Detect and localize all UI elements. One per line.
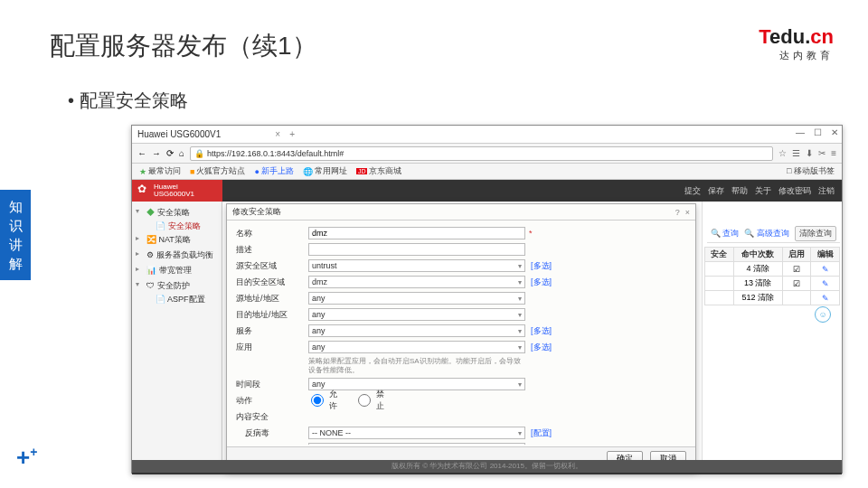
nav-forward-icon[interactable]: →: [152, 148, 161, 158]
label-app: 应用: [236, 342, 308, 353]
label-name: 名称: [236, 228, 308, 239]
radio-deny[interactable]: 禁止: [355, 389, 386, 412]
lock-icon: 🔒: [194, 149, 204, 158]
app-header: Huawei USG6000V1 提交 保存 帮助 关于 修改密码 注销: [132, 180, 842, 202]
query-icon[interactable]: 🔍 查询: [711, 228, 740, 239]
main-area: 修改安全策略 ? × 名称* 描述 源安全区域untrust[多选] 目的安全区…: [222, 202, 842, 460]
input-name[interactable]: [308, 227, 525, 239]
col-enable: 启用: [782, 248, 811, 262]
action-password[interactable]: 修改密码: [778, 185, 811, 197]
tree-security-policy[interactable]: ◆ 安全策略: [134, 205, 220, 221]
select-ips[interactable]: -- NONE --: [308, 443, 525, 445]
action-submit[interactable]: 提交: [684, 185, 701, 197]
logo-subtitle: 达内教育: [759, 49, 834, 62]
tree-bandwidth[interactable]: 📊 带宽管理: [134, 263, 220, 278]
copyright: 版权所有 © 华为技术有限公司 2014-2015。保留一切权利。: [132, 460, 842, 473]
dialog-body: 名称* 描述 源安全区域untrust[多选] 目的安全区域dmz[多选] 源地…: [227, 221, 695, 445]
brand-logo: Tedu.cn 达内教育: [759, 25, 834, 62]
bookmark-item[interactable]: ■火狐官方站点: [190, 165, 245, 177]
url-input[interactable]: 🔒 https://192.168.0.1:8443/default.html#: [190, 146, 773, 161]
clear-query-button[interactable]: 清除查询: [795, 226, 836, 241]
action-save[interactable]: 保存: [708, 185, 724, 197]
select-src-addr[interactable]: any: [308, 292, 525, 305]
tree-slb[interactable]: ⚙ 服务器负载均衡: [134, 248, 220, 263]
dialog-help-icon[interactable]: ?: [675, 208, 680, 217]
label-ips: 入侵防御: [236, 444, 299, 445]
nav-back-icon[interactable]: ←: [137, 148, 146, 158]
multi-link[interactable]: [多选]: [531, 342, 552, 353]
logo-letter-t: T: [759, 25, 769, 48]
mobile-bookmarks[interactable]: □ 移动版书签: [787, 165, 835, 177]
address-bar: ← → ⟳ ⌂ 🔒 https://192.168.0.1:8443/defau…: [132, 144, 842, 164]
nav-home-icon[interactable]: ⌂: [179, 148, 184, 158]
app-hint: 策略如果配置应用，会自动开启SA识别功能。功能开启后，会导致设备性能降低。: [308, 356, 525, 375]
window-close-icon[interactable]: ✕: [831, 127, 838, 137]
nav-reload-icon[interactable]: ⟳: [166, 148, 174, 158]
adv-query-icon[interactable]: 🔍 高级查询: [744, 228, 789, 239]
action-about[interactable]: 关于: [755, 185, 771, 197]
config-link[interactable]: [配置]: [531, 444, 552, 445]
table-row[interactable]: 4 清除☑✎: [705, 262, 840, 277]
download-icon[interactable]: ⬇: [806, 148, 813, 158]
tree-nat-policy[interactable]: 🔀 NAT策略: [134, 232, 220, 248]
nav-tree: ◆ 安全策略 📄 安全策略 🔀 NAT策略 ⚙ 服务器负载均衡 📊 带宽管理 🛡…: [132, 202, 222, 460]
label-av: 反病毒: [236, 427, 299, 439]
bookmark-item[interactable]: ★最常访问: [139, 165, 181, 177]
table-row[interactable]: 13 清除☑✎: [705, 277, 840, 291]
tab-title[interactable]: Huawei USG6000V1: [137, 129, 221, 139]
top-actions: 提交 保存 帮助 关于 修改密码 注销: [684, 180, 835, 202]
select-service[interactable]: any: [308, 324, 525, 337]
browser-window: Huawei USG6000V1 × + — ☐ ✕ ← → ⟳ ⌂ 🔒 htt…: [131, 125, 843, 474]
logo-cn: cn: [810, 25, 834, 48]
window-minimize-icon[interactable]: —: [796, 127, 805, 137]
tree-security-policy-active[interactable]: 📄 安全策略: [134, 221, 220, 232]
label-content-sec: 内容安全: [236, 411, 308, 423]
col-security: 安全: [705, 248, 734, 262]
app-root: Huawei USG6000V1 提交 保存 帮助 关于 修改密码 注销 ◆ 安…: [132, 180, 842, 474]
table-row[interactable]: 512 清除✎: [705, 291, 840, 305]
action-help[interactable]: 帮助: [731, 185, 748, 197]
label-time: 时间段: [236, 379, 308, 390]
dialog-title: 修改安全策略: [232, 206, 281, 218]
new-tab-button[interactable]: +: [289, 129, 295, 139]
menu-icon[interactable]: ≡: [831, 148, 836, 158]
screenshot-icon[interactable]: ✂: [818, 148, 826, 158]
bullet-text: 配置安全策略: [68, 89, 188, 113]
select-dst-zone[interactable]: dmz: [308, 276, 525, 288]
select-dst-addr[interactable]: any: [308, 308, 525, 321]
action-logout[interactable]: 注销: [818, 185, 835, 197]
pager-icon[interactable]: ☺: [815, 306, 831, 323]
col-edit: 编辑: [811, 248, 840, 262]
bookmark-item[interactable]: 🌐常用网址: [303, 165, 347, 177]
logo-edu: edu.: [769, 25, 810, 48]
tab-close-icon[interactable]: ×: [275, 129, 280, 139]
dialog-titlebar: 修改安全策略 ? ×: [227, 204, 695, 221]
multi-link[interactable]: [多选]: [531, 277, 552, 288]
radio-allow[interactable]: 允许: [308, 389, 339, 412]
config-link[interactable]: [配置]: [531, 427, 552, 439]
huawei-logo: Huawei USG6000V1: [132, 180, 222, 202]
bookmark-item[interactable]: ●新手上路: [254, 165, 293, 177]
select-src-zone[interactable]: untrust: [308, 259, 525, 272]
label-dst-addr: 目的地址/地区: [236, 309, 308, 321]
select-app[interactable]: any: [308, 341, 525, 353]
label-dst-zone: 目的安全区域: [236, 277, 308, 288]
edit-policy-dialog: 修改安全策略 ? × 名称* 描述 源安全区域untrust[多选] 目的安全区…: [226, 203, 696, 471]
dialog-close-icon[interactable]: ×: [685, 208, 690, 217]
right-panel: 🔍 查询 🔍 高级查询 清除查询 安全 命中次数 启用 编辑 4 清除☑✎ 13…: [702, 202, 842, 460]
tree-aspf[interactable]: 📄 ASPF配置: [134, 294, 220, 305]
multi-link[interactable]: [多选]: [531, 260, 552, 272]
bookmark-item[interactable]: JD京东商城: [356, 165, 402, 177]
window-maximize-icon[interactable]: ☐: [814, 127, 822, 137]
result-table: 安全 命中次数 启用 编辑 4 清除☑✎ 13 清除☑✎ 512 清除✎: [704, 247, 840, 305]
select-av[interactable]: -- NONE --: [308, 427, 525, 439]
side-tag: 知识讲解: [0, 190, 31, 280]
reader-icon[interactable]: ☰: [792, 148, 800, 158]
label-action: 动作: [236, 395, 308, 407]
input-desc[interactable]: [308, 243, 525, 256]
star-icon[interactable]: ☆: [778, 148, 787, 158]
brand-model: USG6000V1: [154, 191, 222, 198]
multi-link[interactable]: [多选]: [531, 325, 552, 337]
col-hits: 命中次数: [733, 248, 782, 262]
tree-security-protect[interactable]: 🛡 安全防护: [134, 278, 220, 294]
